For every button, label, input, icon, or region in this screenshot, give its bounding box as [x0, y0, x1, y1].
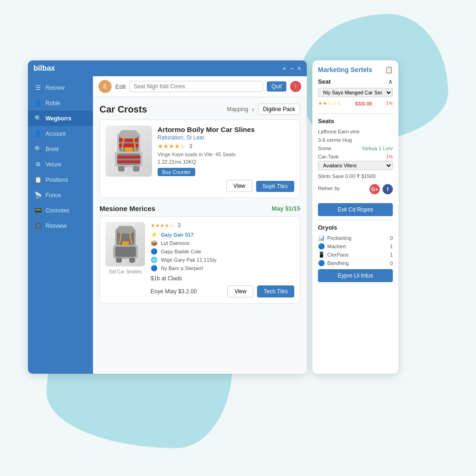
ortool-row-2: 📱 ClerPane 1	[318, 251, 393, 259]
mapping-label: Mapping	[227, 106, 248, 112]
list-item: 🔵 Gapy Badde Cole	[151, 247, 294, 256]
product-actions-1: View Soph Tliro	[158, 180, 294, 192]
svg-rect-1	[117, 153, 140, 165]
sidebar-label-positions: Positions	[46, 177, 68, 183]
stars-1: ★★★★☆	[158, 143, 185, 150]
ortool-left-2: 📱 ClerPane	[318, 251, 349, 258]
svg-rect-23	[129, 258, 135, 263]
mission-star-count: 3	[178, 222, 181, 229]
sidebar-item-positions[interactable]: 📋 Positions	[28, 172, 93, 187]
sidebar-item-resrew[interactable]: ☰ Resrew	[28, 80, 93, 95]
ortool-row-1: 🔵 Machert 1	[318, 242, 393, 251]
seat-price: $3/0.00	[355, 101, 372, 106]
tech-button[interactable]: Tech Tliro	[257, 285, 294, 298]
product-image-1	[106, 126, 152, 177]
item-icon-1: 📦	[151, 240, 158, 246]
view-button-1[interactable]: View	[226, 180, 252, 192]
sidebar-item-connotes[interactable]: 📟 Connotes	[28, 203, 93, 218]
window-body: ☰ Resrew 👤 Roble 🔍 Wegborrs 👤 Account 🔍	[28, 76, 307, 374]
item-icon-4: 🔵	[151, 265, 158, 271]
save-text-row: Stints Save 0.00 ₹ $1500	[318, 172, 393, 181]
window-min-btn[interactable]: −	[290, 65, 294, 72]
product-name-1: Artormo Boily Mor Car Slines	[158, 126, 294, 133]
svg-rect-8	[119, 130, 138, 139]
mission-label: Saf Car Seaties	[109, 269, 141, 274]
buy-price: Eoye Miay $3.2.00	[151, 288, 197, 295]
list-item: ⚡ Gaiy Gair 517	[151, 231, 294, 239]
buy-counter-button[interactable]: Buy Counter	[158, 168, 195, 176]
facebook-icon[interactable]: f	[383, 184, 393, 194]
sidebar-label-velure: Velure	[46, 161, 61, 168]
sidebar-item-velure[interactable]: ⚙ Velure	[28, 157, 93, 172]
mission-info-list: ⚡ Gaiy Gair 517 📦 Lut Daimons 🔵 Gapy Bad	[151, 231, 294, 272]
panel-seat-title: Seat ∧	[318, 78, 393, 85]
list-item: 🌐 Wige Gary Pak 11 11Siy	[151, 256, 294, 264]
divider-2	[318, 220, 393, 220]
search-input[interactable]	[129, 81, 263, 92]
seat-collapse-arrow[interactable]: ∧	[388, 78, 393, 85]
nav-prev-arrow[interactable]: ‹	[252, 106, 254, 113]
quit-button[interactable]: Quit	[267, 81, 286, 92]
sidebar-item-resview[interactable]: 🎧 Resview	[28, 218, 93, 233]
item-icon-0: ⚡	[151, 231, 158, 238]
google-plus-icon[interactable]: G+	[370, 184, 380, 194]
car-tank-badge: 1%	[386, 154, 393, 159]
seats-link[interactable]: Yarkua 1 Lorv	[361, 145, 393, 151]
divider-1	[318, 113, 393, 114]
mission-view-button[interactable]: View	[227, 285, 253, 298]
ortool-label-2: ClerPane	[327, 252, 349, 258]
panel-seats-title: Seats	[318, 118, 393, 125]
svg-rect-15	[115, 246, 135, 257]
mission-info: ★★★★☆ 3 ⚡ Gaiy Gair 517 📦 Lut	[151, 222, 294, 298]
product-time-1: 1 22.21ms 10KQ	[158, 159, 294, 165]
availans-dropdown[interactable]: Availans Viters	[318, 161, 393, 170]
seat-dropdown[interactable]: Niy Says Manged Car Seat	[318, 88, 393, 97]
svg-rect-2	[117, 156, 140, 159]
svg-rect-18	[117, 226, 134, 233]
panel-title: Marketing Sertels	[318, 66, 372, 73]
digiline-button[interactable]: Digiline Pack	[258, 104, 300, 115]
seats-line2: 3-6 cerme Hug	[318, 136, 393, 144]
item-label-1: Lut Daimons	[161, 240, 190, 246]
soph-button-1[interactable]: Soph Tliro	[256, 181, 294, 192]
item-label-3: Wige Gary Pak 11 11Siy	[161, 257, 217, 263]
mission-rating: ★★★★☆ 3	[151, 222, 294, 229]
sidebar-item-breld[interactable]: 🔍 Breld	[28, 141, 93, 157]
sidebar-item-account[interactable]: 👤 Account	[28, 126, 93, 141]
ortool-row-0: 📊 Pockarting 0	[318, 234, 393, 242]
sidebar-item-fuous[interactable]: 📡 Fuous	[28, 187, 93, 203]
content-topbar: E Edit Quit !	[93, 76, 307, 97]
window-close-btn[interactable]: ×	[298, 65, 301, 72]
ortool-row-3: 🔵 Bandhing 0	[318, 259, 393, 267]
resview-icon: 🎧	[34, 222, 42, 229]
ortool-icon-0: 📊	[318, 235, 325, 241]
item-label-0: Gaiy Gair 517	[161, 232, 193, 238]
item-icon-2: 🔵	[151, 248, 158, 255]
resrew-icon: ☰	[34, 84, 42, 91]
fuous-icon: 📡	[34, 192, 42, 198]
sidebar-item-wegborrs[interactable]: 🔍 Wegborrs	[28, 111, 93, 126]
ortools-title: Oryols	[318, 224, 393, 231]
svg-rect-13	[133, 166, 139, 172]
mission-price-bottom: $1b at Clads	[151, 275, 294, 282]
mission-actions: Eoye Miay $3.2.00 View Tech Tliro	[151, 285, 294, 298]
eypre-button[interactable]: Eypre Lii Intus	[318, 269, 393, 282]
sidebar-label-wegborrs: Wegborrs	[46, 115, 72, 122]
velure-icon: ⚙	[34, 161, 42, 168]
panel-copy-icon[interactable]: 📋	[385, 66, 393, 73]
save-text: Stints Save 0.00 ₹ $1500	[318, 173, 376, 179]
item-label-4: Ny Bam a Sterpert	[161, 265, 203, 271]
sidebar-item-roble[interactable]: 👤 Roble	[28, 95, 93, 111]
seats-title-text: Seats	[318, 118, 334, 125]
main-window: bilbax + − × ☰ Resrew 👤 Roble 🔍	[28, 60, 307, 374]
seat-stars: ★★☆☆☆	[318, 100, 341, 106]
sidebar-label-resrew: Resrew	[46, 85, 65, 91]
section-title: Car Crosts	[99, 104, 147, 115]
window-add-btn[interactable]: +	[282, 65, 286, 72]
right-panel: Marketing Sertels 📋 Seat ∧ Niy Says Mang…	[312, 60, 398, 374]
social-row: Relner by G+ f	[318, 181, 393, 196]
positions-icon: 📋	[34, 176, 42, 183]
exit-cd-button[interactable]: Exit Cd Ropes	[318, 203, 393, 216]
svg-rect-21	[122, 241, 128, 245]
ortool-icon-1: 🔵	[318, 243, 325, 250]
